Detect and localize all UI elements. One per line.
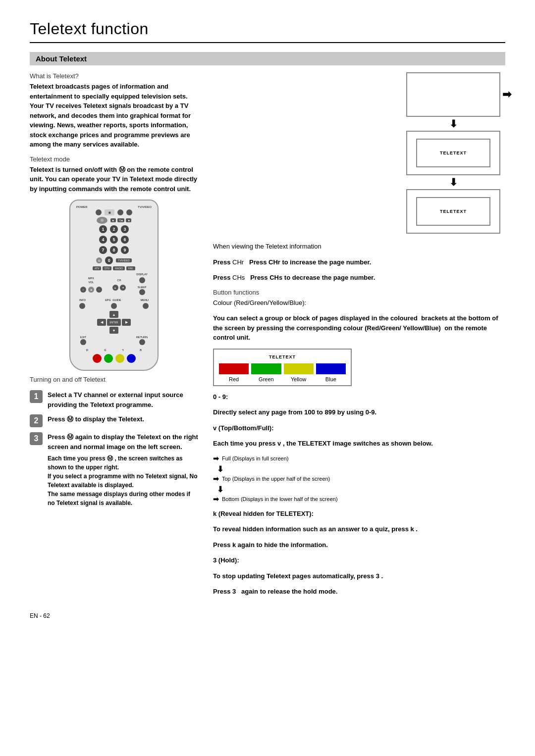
vol-up-btn[interactable]: + bbox=[80, 287, 86, 293]
power-btn[interactable] bbox=[96, 209, 102, 215]
page-footer: EN - 62 bbox=[30, 612, 505, 619]
dpad-right[interactable]: ▶ bbox=[122, 319, 131, 326]
step-1: 1 Select a TV channel or external input … bbox=[30, 390, 198, 409]
btn-2[interactable]: 2 bbox=[110, 225, 118, 233]
page-title: Teletext function bbox=[30, 20, 505, 38]
ch-down-btn[interactable]: ▼ bbox=[120, 285, 126, 291]
top-far-btn[interactable] bbox=[126, 209, 132, 215]
btn-9[interactable]: 9 bbox=[121, 246, 129, 254]
btn-0[interactable]: 0 bbox=[105, 256, 113, 264]
sub-btn1[interactable]: ■ bbox=[110, 218, 116, 222]
sleep-label: SLEEP bbox=[136, 286, 148, 289]
remote-diagram: POWER TV/VIDEO ▦ Ⓜ ■ G■ ■ bbox=[30, 200, 198, 371]
press-chs: Press CHs Press CHs to decrease the page… bbox=[213, 273, 505, 283]
teletext-label1: TELETEXT bbox=[440, 151, 467, 155]
zero-nine-body: Directly select any page from 100 to 899… bbox=[213, 407, 505, 417]
epg-label: EPG bbox=[105, 299, 111, 302]
menu-label: MENU bbox=[141, 299, 149, 302]
right-arrow: ➡ bbox=[502, 88, 511, 101]
red-btn[interactable] bbox=[93, 354, 102, 363]
info-btn[interactable] bbox=[79, 303, 85, 309]
btn-6[interactable]: 6 bbox=[121, 236, 129, 244]
turning-on-title: Turning on and off Teletext bbox=[30, 376, 198, 383]
hold-title: 3 (Hold): bbox=[213, 555, 505, 565]
display-btn[interactable] bbox=[139, 277, 145, 283]
view-full-row: ➡ Full (Displays in full screen) bbox=[213, 454, 505, 462]
label-green: Green bbox=[251, 376, 281, 382]
guide-label: GUIDE bbox=[112, 299, 121, 302]
view-top-row: ➡ Top (Displays in the upper half of the… bbox=[213, 475, 505, 483]
arrow-connector: ⬇ bbox=[406, 118, 500, 130]
colour-diagram: TELETEXT Red Green Yellow Blue bbox=[213, 349, 352, 386]
label-red: Red bbox=[219, 376, 249, 382]
what-is-title: What is Teletext? bbox=[30, 72, 198, 80]
tv-video-btn[interactable]: TV/VIDEO bbox=[116, 258, 131, 262]
dpad-down[interactable]: ▼ bbox=[109, 327, 118, 334]
screen-icon: ▦ bbox=[105, 209, 114, 215]
ch-up-btn[interactable]: ▲ bbox=[112, 285, 118, 291]
colour-teletext-label: TELETEXT bbox=[219, 354, 346, 359]
power-label: POWER bbox=[76, 205, 88, 208]
vol-down-btn[interactable]: − bbox=[96, 287, 102, 293]
vol-label: VOL bbox=[80, 281, 102, 284]
sub-btn3[interactable]: ■ bbox=[126, 218, 131, 222]
k-title: k (Reveal hidden for TELETEXT): bbox=[213, 509, 505, 519]
exit-btn[interactable] bbox=[80, 339, 86, 345]
btn-3[interactable]: 3 bbox=[121, 225, 129, 233]
ch-label: CH bbox=[112, 279, 126, 282]
tv-box-teletext1: TELETEXT bbox=[406, 131, 500, 175]
step-2: 2 Press Ⓜ to display the Teletext. bbox=[30, 414, 198, 427]
arrow-connector2: ⬇ bbox=[406, 176, 500, 188]
dpad-up[interactable]: ▲ bbox=[109, 311, 118, 318]
return-btn[interactable] bbox=[139, 339, 145, 345]
green-btn[interactable] bbox=[104, 354, 113, 363]
btn-4[interactable]: 4 bbox=[99, 236, 107, 244]
tv-box-teletext2: TELETEXT bbox=[406, 189, 500, 234]
btn-subtitle[interactable]: ▤ bbox=[96, 257, 102, 263]
exit-label: EXIT bbox=[80, 336, 86, 339]
top-right-btn[interactable] bbox=[117, 209, 123, 215]
section-about: About Teletext bbox=[30, 52, 505, 65]
fav-btn[interactable]: FAV. bbox=[126, 266, 135, 270]
mute-btn[interactable]: ■ bbox=[88, 287, 94, 293]
display-label: DISPLAY bbox=[136, 273, 148, 276]
yellow-bar bbox=[284, 363, 314, 374]
btn-1[interactable]: 1 bbox=[99, 225, 107, 233]
btn-5[interactable]: 5 bbox=[110, 236, 118, 244]
btn-8[interactable]: 8 bbox=[110, 246, 118, 254]
v-title: v (Top/Bottom/Full): bbox=[213, 423, 505, 433]
steps-section: 1 Select a TV channel or external input … bbox=[30, 390, 198, 507]
button-functions: Button functions bbox=[213, 289, 505, 296]
menu-btn[interactable] bbox=[143, 303, 149, 309]
return-label: RETURN bbox=[136, 336, 148, 339]
k-body: To reveal hidden information such as an … bbox=[213, 524, 505, 534]
teletext-label2: TELETEXT bbox=[440, 209, 467, 214]
atv-btn[interactable]: ATV bbox=[93, 266, 101, 270]
mode-title: Teletext mode bbox=[30, 155, 198, 163]
radio-btn[interactable]: RADIO bbox=[113, 266, 125, 270]
blue-btn[interactable] bbox=[127, 354, 136, 363]
colour-title: Colour (Red/Green/Yellow/Blue): bbox=[213, 298, 505, 308]
blue-bar bbox=[316, 363, 346, 374]
sub-btn2[interactable]: G■ bbox=[117, 218, 125, 222]
dtv-btn[interactable]: DTV bbox=[103, 266, 111, 270]
label-yellow: Yellow bbox=[284, 376, 314, 382]
dpad-left[interactable]: ◀ bbox=[97, 319, 106, 326]
tv-diagram-top: ➡ ⬇ TELETEXT ⬇ TELETEXT bbox=[213, 72, 505, 234]
teletext-inner-box2: TELETEXT bbox=[416, 197, 490, 226]
big-center-btn[interactable]: Ⓜ bbox=[97, 217, 107, 224]
yellow-btn[interactable] bbox=[115, 354, 124, 363]
enter-btn[interactable]: ENTER bbox=[107, 319, 121, 326]
label-blue: Blue bbox=[316, 376, 346, 382]
info-label: INFO bbox=[79, 299, 86, 302]
hold-sub: Press 3 again to release the hold mode. bbox=[213, 587, 505, 597]
btn-7[interactable]: 7 bbox=[99, 246, 107, 254]
epg-guide-btn[interactable] bbox=[111, 303, 117, 309]
red-bar bbox=[219, 363, 249, 374]
hold-body: To stop updating Teletext pages automati… bbox=[213, 571, 505, 581]
zero-nine-title: 0 - 9: bbox=[213, 392, 505, 402]
view-bottom-row: ➡ Bottom (Displays in the lower half of … bbox=[213, 495, 505, 503]
tv-box-top bbox=[406, 72, 500, 117]
sleep-btn[interactable] bbox=[139, 289, 145, 295]
what-is-body: Teletext broadcasts pages of information… bbox=[30, 82, 198, 150]
